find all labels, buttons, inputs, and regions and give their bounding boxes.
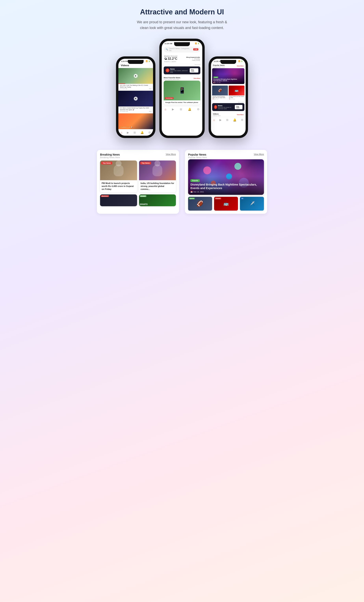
news-headline-india-us: India, US building foundation for strong… bbox=[141, 182, 175, 191]
big-news-image-right: Travels Disneyland Bringing Back Nightti… bbox=[212, 68, 244, 84]
news-card-image-center: 📱 Technology bbox=[164, 81, 200, 100]
weather-high: H:32.6°C bbox=[164, 61, 170, 62]
ad-logo-icon-center: ⚡ bbox=[166, 68, 169, 72]
phone-right: 11:20 AM 📶 🔋 Popular News Popular News H… bbox=[208, 56, 248, 138]
sponsored-center: Sponsored bbox=[162, 64, 200, 65]
big-news-overlay-right: Travels Disneyland Bringing Back Nightti… bbox=[212, 74, 244, 84]
weather-location: Bhuj,Gujarat,India Thursday Partly cloud… bbox=[186, 56, 200, 61]
section-subtitle-center: Most Favorite News Here bbox=[164, 79, 180, 80]
video-thumb-cricket: ▶ bbox=[118, 68, 153, 84]
news-card-center[interactable]: 📱 Technology Google Pixel 6a review: The… bbox=[164, 81, 200, 105]
location-condition: Partly cloudy bbox=[186, 60, 200, 61]
search-icon-center: 🔍 bbox=[166, 48, 168, 51]
videos-section-right: Videos Videos Here View More bbox=[211, 112, 246, 117]
video-meta-2: 13 minutes ago ⧉ ⬆ bbox=[120, 111, 151, 112]
nav-bell-center[interactable]: 🔔 bbox=[188, 108, 191, 111]
news-img-india-us: Top News bbox=[139, 161, 176, 180]
videos-view-more-right[interactable]: View More bbox=[237, 114, 244, 115]
popular-small-to[interactable]: ✈️ To bbox=[240, 197, 264, 211]
nav-bell-right[interactable]: 🔔 bbox=[233, 118, 236, 121]
small-news-row-right: 🏈 The NFL is back! Preseason begins with… bbox=[211, 85, 246, 101]
news-card-india-us[interactable]: Top News India, US building foundation f… bbox=[139, 161, 176, 193]
nav-video-center[interactable]: ▶ bbox=[172, 108, 174, 111]
nav-grid-left[interactable]: ⊞ bbox=[134, 131, 136, 134]
popular-small-sports[interactable]: 🏈 Sports bbox=[188, 197, 212, 211]
weather-temp: 🌤 32.2°C bbox=[164, 57, 177, 61]
section-subtitle-right: Popular News Here bbox=[213, 66, 225, 68]
play-btn-2[interactable]: ▶ bbox=[134, 97, 138, 101]
popular-news-title: Popular News bbox=[188, 153, 207, 156]
nav-gear-center[interactable]: ⚙ bbox=[197, 108, 199, 111]
small-news-date-2: 📅 Dec 15, 2021 bbox=[229, 99, 244, 100]
video-title-2: ICC Men's Cricket World Cup Trophy Tour … bbox=[120, 107, 151, 111]
envato-overlay-text: ENVATO bbox=[140, 203, 148, 205]
nav-grid-right[interactable]: ⊞ bbox=[226, 118, 229, 121]
page-container: Attractive and Modern UI We are proud to… bbox=[91, 0, 273, 222]
nav-home-right[interactable]: ⌂ bbox=[213, 118, 215, 121]
ad-buy-btn-center[interactable]: Buy Now bbox=[190, 68, 198, 73]
small-news-img-2: 🚌 bbox=[229, 86, 244, 96]
video-info-1: ICC 0:20 / 5:00 The Making of the ICC Cr… bbox=[118, 84, 153, 90]
popular-big-title: Disneyland Bringing Back Nighttime Spect… bbox=[190, 183, 261, 190]
popular-big-card[interactable]: Travels Disneyland Bringing Back Nightti… bbox=[188, 159, 264, 195]
ad-tagline-right: Discover the power of informed news bbox=[218, 107, 235, 109]
weather-left: Weather Forecast 🌤 32.2°C H:32.6°C ↓L:26… bbox=[164, 55, 177, 62]
breaking-news-title: Breaking News bbox=[100, 153, 120, 156]
popular-news-view-more[interactable]: View More bbox=[254, 153, 264, 155]
news-card-text-india-us: India, US building foundation for strong… bbox=[139, 180, 176, 193]
small-card-business[interactable]: Business bbox=[100, 194, 137, 206]
ad-logo-center: ⚡ News News that matters, delivered dail… bbox=[166, 68, 190, 73]
nav-home-center[interactable]: ⌂ bbox=[165, 108, 166, 111]
popular-news-header-left: Popular News Popular News Here bbox=[188, 153, 207, 159]
breaking-news-header-left: Breaking News Breaking News Here bbox=[100, 153, 120, 159]
nav-video-left[interactable]: ▶ bbox=[127, 131, 129, 134]
status-bar-right: 11:20 AM 📶 🔋 bbox=[211, 59, 246, 63]
ad-logo-right: ⚡ News Discover the power of informed ne… bbox=[214, 105, 235, 109]
orb-1 bbox=[203, 166, 211, 174]
nav-home-left[interactable]: ⌂ bbox=[121, 131, 122, 134]
play-btn-1[interactable]: ▶ bbox=[134, 74, 138, 78]
business-badge: Business bbox=[101, 195, 109, 197]
ad-buy-btn-right[interactable]: Buy Now bbox=[235, 105, 242, 109]
view-more-center[interactable]: View More bbox=[194, 78, 200, 79]
search-input-center[interactable]: Search News, Categories, etc. bbox=[169, 48, 192, 52]
football-icon: 🏈 bbox=[197, 200, 203, 207]
breaking-news-container: Breaking News Breaking News Here View Mo… bbox=[97, 150, 179, 214]
small-card-img-envato: Envato ENVATO bbox=[139, 194, 176, 206]
view-more-right[interactable]: View More bbox=[237, 65, 244, 67]
small-news-2: 🚌 Young Travelers and Their Trends For 2… bbox=[229, 86, 244, 100]
video-item-1: ▶ ICC 0:20 / 5:00 The Making of the ICC … bbox=[118, 68, 153, 90]
phone-center-screen: 11:20 AM 📶 🔋 🔍 Search News, Categories, … bbox=[162, 41, 202, 136]
nav-bell-left[interactable]: 🔔 bbox=[140, 131, 144, 134]
popular-overlay: Travels Disneyland Bringing Back Nightti… bbox=[188, 176, 264, 195]
india-us-silhouette bbox=[152, 164, 162, 176]
modi-silhouette bbox=[114, 164, 124, 176]
videos-title: Videos bbox=[118, 63, 153, 68]
envato-badge: Envato bbox=[140, 195, 146, 197]
nav-gear-right[interactable]: ⚙ bbox=[241, 118, 243, 121]
popular-small-travels[interactable]: 🚌 Travels bbox=[214, 197, 238, 211]
weather-label: Weather Forecast bbox=[164, 55, 177, 57]
ad-text-right: News Discover the power of informed news bbox=[218, 105, 235, 109]
popular-big-img: Travels Disneyland Bringing Back Nightti… bbox=[188, 159, 264, 195]
nav-gear-left[interactable]: ⚙ bbox=[148, 131, 151, 134]
news-headline-modi: PM Modi to launch projects worth Rs 4,40… bbox=[102, 182, 135, 191]
popular-news-container: Popular News Popular News Here View More… bbox=[185, 150, 267, 214]
popular-date-big: 📅 Dec 15, 2021 bbox=[190, 191, 261, 193]
nav-grid-center[interactable]: ⊞ bbox=[180, 108, 182, 111]
chandrayaan-label: #CHANDRAYAAN3 bbox=[120, 126, 131, 128]
time-left: 3:24 PM bbox=[121, 60, 128, 62]
breaking-news-view-more[interactable]: View More bbox=[166, 153, 176, 155]
search-bar-center[interactable]: 🔍 Search News, Categories, etc. LIVE bbox=[164, 46, 200, 53]
news-card-modi[interactable]: Top News PM Modi to launch projects wort… bbox=[100, 161, 137, 193]
video-info-2: ICC Men's Cricket World Cup Trophy Tour … bbox=[118, 107, 153, 113]
sports-badge-sm: Sports bbox=[189, 198, 195, 199]
subtitle: We are proud to present our new look, fe… bbox=[133, 19, 231, 31]
travels-badge-sm: Travels bbox=[215, 198, 221, 199]
phone-center: 11:20 AM 📶 🔋 🔍 Search News, Categories, … bbox=[159, 39, 205, 138]
nav-video-right[interactable]: ▶ bbox=[219, 118, 222, 121]
breaking-news-grid: Top News PM Modi to launch projects wort… bbox=[100, 161, 176, 193]
breaking-news-second-row: Business Envato ENVATO bbox=[100, 194, 176, 206]
small-card-img-business: Business bbox=[100, 194, 137, 206]
small-card-envato[interactable]: Envato ENVATO bbox=[139, 194, 176, 206]
